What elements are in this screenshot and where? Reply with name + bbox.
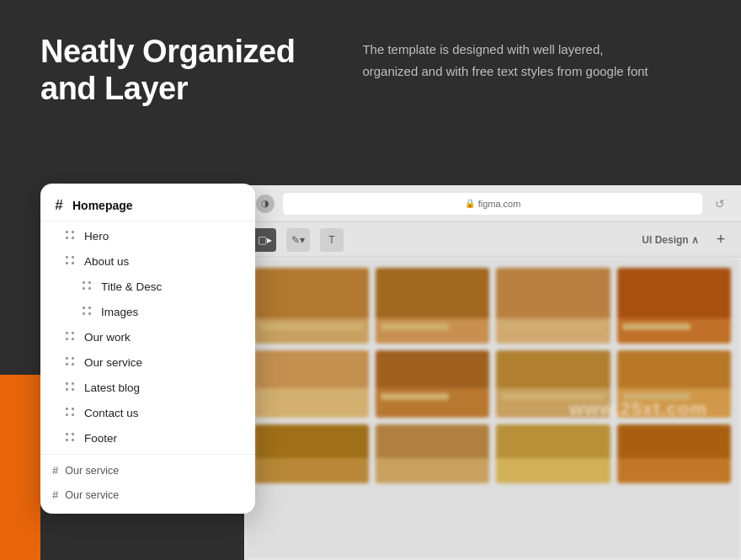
- design-grid: [244, 258, 741, 493]
- ui-design-label: UI Design ∧: [642, 234, 699, 246]
- select-tool[interactable]: ▢▸: [253, 228, 276, 252]
- layer-about[interactable]: About us: [40, 248, 255, 274]
- pen-tool[interactable]: ✎▾: [286, 228, 310, 252]
- dotgrid-icon: [81, 305, 94, 318]
- browser-toolbar: ◑ 🔒 figma.com ↺: [244, 185, 741, 222]
- watermark-text: www.25xt.com: [569, 398, 707, 420]
- layer-homepage-label: Homepage: [72, 199, 133, 212]
- figma-toolbar: ▢▸ ✎▾ T UI Design ∧ +: [244, 222, 741, 258]
- dotgrid-icon: [64, 330, 77, 344]
- orange-accent-bar: [0, 375, 40, 560]
- layer-label: Our service: [84, 356, 142, 369]
- content-card: [496, 424, 610, 483]
- hash-small-icon: #: [52, 488, 58, 501]
- content-card: [254, 424, 369, 483]
- layer-title-desc[interactable]: Title & Desc: [40, 274, 255, 299]
- content-card: [254, 350, 369, 418]
- dotgrid-icon: [64, 229, 77, 243]
- main-background: Neatly Organized and Layer The template …: [0, 0, 741, 560]
- dotgrid-icon: [81, 280, 94, 293]
- headline-block: Neatly Organized and Layer: [40, 34, 295, 107]
- layer-label: Footer: [84, 432, 117, 445]
- content-card: [376, 268, 490, 344]
- layer-label: Images: [101, 306, 138, 318]
- dotgrid-icon: [64, 431, 77, 445]
- dotgrid-icon: [64, 355, 77, 369]
- content-card: [617, 268, 732, 344]
- contrast-icon: ◑: [256, 195, 275, 213]
- add-icon[interactable]: +: [709, 228, 733, 252]
- url-text: figma.com: [478, 199, 521, 209]
- lock-icon: 🔒: [465, 199, 475, 208]
- layer-label: Latest blog: [84, 381, 140, 394]
- hash-small-icon: #: [52, 464, 58, 477]
- hash-icon: #: [52, 199, 66, 212]
- content-card: [617, 424, 732, 483]
- layer-label: Contact us: [84, 407, 139, 419]
- layers-panel: # Homepage Hero About us Title & Desc: [40, 184, 255, 514]
- layer-hero[interactable]: Hero: [40, 223, 255, 248]
- description-text: The template is designed with well layer…: [362, 39, 648, 82]
- refresh-icon[interactable]: ↺: [711, 195, 729, 213]
- dotgrid-icon: [64, 381, 77, 394]
- content-card: [376, 424, 490, 483]
- page-title: Neatly Organized and Layer: [40, 34, 295, 107]
- layer-label: Our work: [84, 331, 131, 344]
- dotgrid-icon: [64, 406, 77, 419]
- footer-layer-label: Our service: [65, 465, 119, 477]
- browser-content: www.25xt.com: [244, 258, 741, 560]
- browser-mockup: ◑ 🔒 figma.com ↺ ▢▸ ✎▾ T UI Design ∧ +: [244, 185, 741, 560]
- text-tool[interactable]: T: [320, 228, 344, 252]
- layer-label: Hero: [84, 230, 109, 243]
- layer-our-service[interactable]: Our service: [40, 349, 255, 375]
- layer-latest-blog[interactable]: Latest blog: [40, 375, 255, 400]
- layer-label: About us: [84, 255, 129, 268]
- layer-footer[interactable]: Footer: [40, 425, 255, 451]
- header-section: Neatly Organized and Layer The template …: [40, 34, 701, 107]
- layer-contact-us[interactable]: Contact us: [40, 400, 255, 425]
- layer-label: Title & Desc: [101, 280, 162, 293]
- footer-layer-service-1[interactable]: # Our service: [40, 458, 255, 483]
- footer-layer-service-2[interactable]: # Our service: [40, 483, 255, 507]
- address-bar[interactable]: 🔒 figma.com: [283, 193, 702, 215]
- footer-layer-items: # Our service # Our service: [40, 454, 255, 507]
- description-block: The template is designed with well layer…: [362, 34, 648, 82]
- content-card: [376, 350, 490, 418]
- dotgrid-icon: [64, 254, 77, 268]
- content-card: [496, 268, 610, 344]
- layer-homepage-header[interactable]: # Homepage: [40, 190, 255, 221]
- layer-our-work[interactable]: Our work: [40, 324, 255, 349]
- footer-layer-label: Our service: [65, 489, 119, 501]
- content-card: [254, 268, 369, 344]
- layer-images[interactable]: Images: [40, 299, 255, 324]
